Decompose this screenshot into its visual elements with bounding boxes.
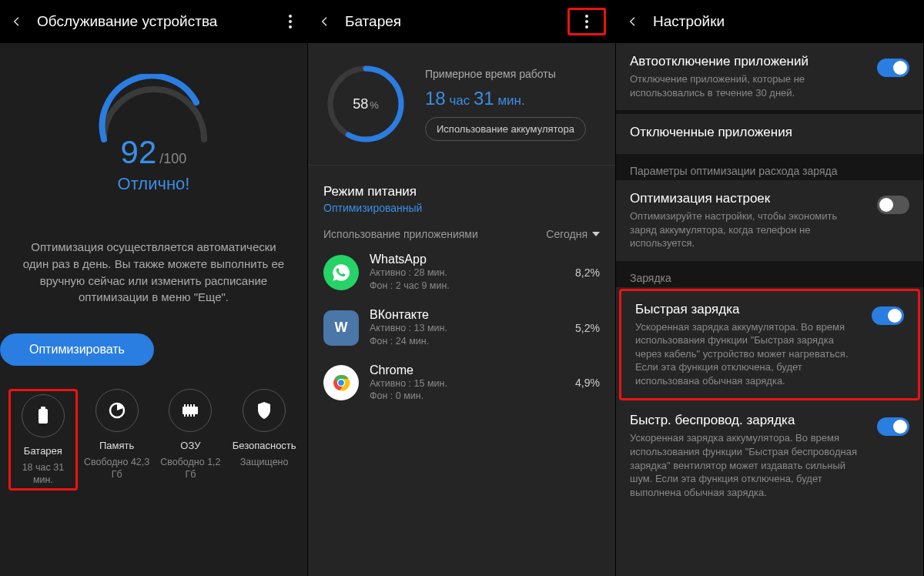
svg-rect-11 xyxy=(193,414,195,417)
stat-value: Свободно 1,2 Гб xyxy=(156,456,225,481)
score-label: Отлично! xyxy=(118,174,190,194)
svg-rect-9 xyxy=(187,414,189,417)
setting-optimize[interactable]: Оптимизация настроек Оптимизируйте настр… xyxy=(616,180,923,261)
app-percent: 5,2% xyxy=(575,322,600,334)
stat-value: 18 час 31 мин. xyxy=(12,461,74,487)
app-usage-label: Использование приложениями xyxy=(323,228,478,240)
ram-icon xyxy=(169,389,212,432)
stat-value: Защищено xyxy=(240,456,289,468)
stat-memory[interactable]: Память Свободно 42,3 Гб xyxy=(82,389,152,481)
app-row-whatsapp[interactable]: WhatsApp Активно : 28 мин. Фон : 2 час 9… xyxy=(308,245,615,300)
more-icon[interactable] xyxy=(283,15,298,28)
setting-title: Оптимизация настроек xyxy=(630,191,866,206)
setting-desc: Отключение приложений, которые не исполь… xyxy=(630,72,866,99)
back-icon[interactable] xyxy=(9,14,25,29)
battery-ring: 58% xyxy=(323,62,408,146)
battery-percent: 58 xyxy=(353,96,368,112)
app-background: Фон : 0 мин. xyxy=(370,390,564,403)
category-optimization: Параметры оптимизации расхода заряда xyxy=(616,154,923,180)
svg-rect-0 xyxy=(38,409,48,424)
stat-value: Свободно 42,3 Гб xyxy=(82,456,152,481)
stat-battery[interactable]: Батарея 18 час 31 мин. xyxy=(8,389,78,491)
svg-rect-1 xyxy=(41,407,45,410)
chrome-icon xyxy=(323,365,359,400)
svg-rect-7 xyxy=(193,404,195,407)
toggle-optimize[interactable] xyxy=(877,196,909,214)
setting-desc: Оптимизируйте настройки, чтобы экономить… xyxy=(630,209,866,250)
battery-icon xyxy=(22,394,65,437)
setting-disabled-apps[interactable]: Отключенные приложения xyxy=(616,114,923,154)
power-mode-row[interactable]: Режим питания Оптимизированный xyxy=(308,172,615,217)
vk-icon: W xyxy=(323,310,359,346)
header: Батарея xyxy=(308,0,615,43)
shield-icon xyxy=(243,389,286,432)
setting-desc: Ускоренная зарядка аккумулятора. Во врем… xyxy=(635,320,861,388)
est-time-value: 18 час 31 мин. xyxy=(425,88,586,109)
header: Обслуживание устройства xyxy=(0,0,307,43)
page-title: Батарея xyxy=(345,13,401,30)
score-max: /100 xyxy=(159,151,186,167)
storage-icon xyxy=(95,389,139,432)
app-background: Фон : 2 час 9 мин. xyxy=(370,280,564,293)
setting-title: Быстр. беспровод. зарядка xyxy=(630,413,866,428)
app-active: Активно : 28 мин. xyxy=(370,266,564,280)
back-icon[interactable] xyxy=(317,14,333,29)
stat-label: ОЗУ xyxy=(180,440,200,451)
more-icon[interactable] xyxy=(579,15,594,28)
app-name: ВКонтакте xyxy=(370,308,564,322)
toggle-fast-charge[interactable] xyxy=(872,306,904,325)
whatsapp-icon xyxy=(323,255,359,290)
setting-title: Отключенные приложения xyxy=(630,125,909,140)
setting-auto-off[interactable]: Автоотключение приложений Отключение при… xyxy=(616,43,923,110)
toggle-auto-off[interactable] xyxy=(877,59,909,77)
app-percent: 4,9% xyxy=(575,377,600,389)
setting-fast-wireless[interactable]: Быстр. беспровод. зарядка Ускоренная зар… xyxy=(616,402,923,510)
setting-title: Автоотключение приложений xyxy=(630,54,866,69)
stat-label: Безопасность xyxy=(233,440,296,451)
svg-rect-10 xyxy=(190,414,192,417)
period-dropdown[interactable]: Сегодня xyxy=(546,228,600,240)
chevron-down-icon xyxy=(592,232,600,236)
app-row-vkontakte[interactable]: W ВКонтакте Активно : 13 мин. Фон : 24 м… xyxy=(308,300,615,356)
svg-rect-3 xyxy=(182,407,198,414)
toggle-fast-wireless[interactable] xyxy=(877,417,909,436)
power-mode-title: Режим питания xyxy=(323,184,600,199)
svg-rect-5 xyxy=(187,404,189,407)
svg-rect-6 xyxy=(190,404,192,407)
power-mode-value: Оптимизированный xyxy=(323,202,600,214)
battery-usage-button[interactable]: Использование аккумулятора xyxy=(425,117,586,141)
page-title: Обслуживание устройства xyxy=(37,13,217,30)
svg-rect-4 xyxy=(184,404,186,407)
setting-title: Быстрая зарядка xyxy=(635,302,861,317)
app-row-chrome[interactable]: Chrome Активно : 15 мин. Фон : 0 мин. 4,… xyxy=(308,356,615,411)
setting-fast-charge[interactable]: Быстрая зарядка Ускоренная зарядка аккум… xyxy=(621,291,918,399)
app-background: Фон : 24 мин. xyxy=(370,335,564,348)
app-active: Активно : 15 мин. xyxy=(370,377,564,390)
app-active: Активно : 13 мин. xyxy=(370,322,564,335)
optimize-button[interactable]: Оптимизировать xyxy=(0,333,154,366)
back-icon[interactable] xyxy=(625,14,641,29)
percent-unit: % xyxy=(370,99,379,111)
header: Настройки xyxy=(616,0,923,43)
stat-label: Батарея xyxy=(24,445,62,457)
setting-desc: Ускоренная зарядка аккумулятора. Во врем… xyxy=(630,431,866,499)
app-name: Chrome xyxy=(370,363,564,377)
stat-label: Память xyxy=(99,440,134,451)
stat-security[interactable]: Безопасность Защищено xyxy=(229,389,299,468)
app-percent: 8,2% xyxy=(575,266,600,279)
svg-rect-8 xyxy=(184,414,186,417)
score-gauge: 92 /100 Отлично! xyxy=(0,74,307,194)
stat-ram[interactable]: ОЗУ Свободно 1,2 Гб xyxy=(156,389,225,481)
app-name: WhatsApp xyxy=(370,253,564,266)
optimization-desc: Оптимизация осуществляется автоматически… xyxy=(22,239,286,306)
page-title: Настройки xyxy=(653,13,725,30)
category-charging: Зарядка xyxy=(616,261,923,287)
est-time-label: Примерное время работы xyxy=(425,68,586,80)
